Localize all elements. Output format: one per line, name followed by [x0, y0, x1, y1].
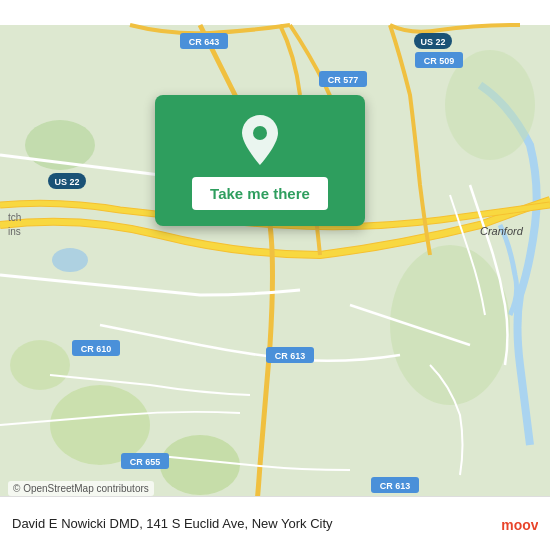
- info-bar: David E Nowicki DMD, 141 S Euclid Ave, N…: [0, 496, 550, 550]
- svg-text:moovit: moovit: [501, 517, 538, 533]
- take-me-there-button[interactable]: Take me there: [192, 177, 328, 210]
- svg-text:ins: ins: [8, 226, 21, 237]
- svg-text:CR 655: CR 655: [130, 457, 161, 467]
- svg-point-33: [253, 126, 267, 140]
- svg-text:CR 577: CR 577: [328, 75, 359, 85]
- location-pin-icon: [238, 113, 282, 167]
- svg-text:CR 643: CR 643: [189, 37, 220, 47]
- address-text: David E Nowicki DMD, 141 S Euclid Ave, N…: [12, 516, 500, 531]
- svg-text:CR 613: CR 613: [275, 351, 306, 361]
- svg-text:CR 610: CR 610: [81, 344, 112, 354]
- svg-text:CR 509: CR 509: [424, 56, 455, 66]
- svg-point-4: [160, 435, 240, 495]
- svg-text:US 22: US 22: [420, 37, 445, 47]
- action-card: Take me there: [155, 95, 365, 226]
- svg-text:US 22: US 22: [54, 177, 79, 187]
- svg-text:CR 613: CR 613: [380, 481, 411, 491]
- moovit-logo-icon: moovit: [500, 510, 538, 538]
- svg-point-5: [10, 340, 70, 390]
- map-container: CR 643 US 22 CR 577 CR 509 CR 509 US 22 …: [0, 0, 550, 550]
- copyright-text: © OpenStreetMap contributors: [13, 483, 149, 494]
- svg-text:tch: tch: [8, 212, 21, 223]
- svg-point-7: [52, 248, 88, 272]
- moovit-logo: moovit: [500, 510, 538, 538]
- copyright-bar: © OpenStreetMap contributors: [8, 481, 154, 496]
- svg-text:Cranford: Cranford: [480, 225, 524, 237]
